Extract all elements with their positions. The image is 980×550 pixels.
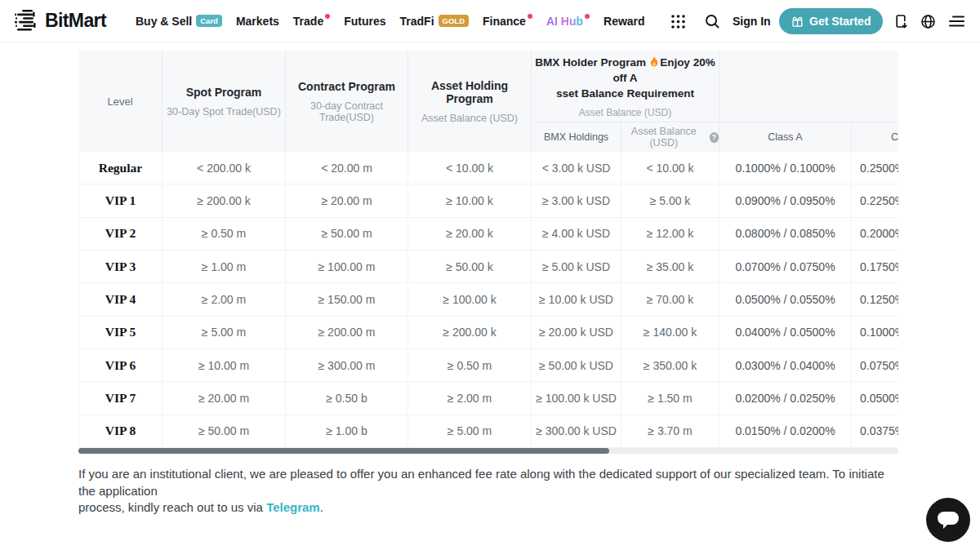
cell-vip-2-contract: ≥ 50.00 m — [286, 218, 408, 251]
nav-item-reward[interactable]: Reward — [604, 15, 645, 28]
nav-item-trade[interactable]: Trade — [293, 15, 330, 28]
cell-vip-3-asset-holding: ≥ 50.00 k — [408, 251, 532, 283]
cell-vip-5-asset-holding: ≥ 200.00 k — [408, 317, 532, 349]
horizontal-scrollbar-thumb[interactable] — [78, 448, 609, 454]
info-icon[interactable]: ? — [710, 132, 719, 143]
cell-vip-1-class-a: 0.0900% / 0.0950% — [719, 184, 852, 217]
note-line-1: If you are an institutional client, we a… — [78, 466, 903, 499]
cell-vip-1-bmx-holdings: ≥ 3.00 k USD — [532, 184, 621, 217]
cell-vip-4-asset-balance: ≥ 70.00 k — [621, 283, 719, 316]
cell-vip-1-asset-holding: ≥ 10.00 k — [408, 184, 532, 217]
cell-vip-1-spot: ≥ 200.00 k — [163, 184, 286, 217]
cell-vip-7-class-b-visible: 0.0500% — [852, 382, 898, 415]
cell-vip-7-level: VIP 7 — [78, 382, 163, 415]
cell-vip-1-class-b-visible: 0.2250% — [852, 184, 898, 217]
subcol-header-bmx-holdings: BMX Holdings — [532, 122, 621, 152]
cell-vip-8-contract: ≥ 1.00 b — [286, 415, 408, 448]
cell-regular-class-a: 0.1000% / 0.1000% — [719, 152, 852, 184]
cell-vip-5-spot: ≥ 5.00 m — [163, 317, 286, 349]
sign-in-button[interactable]: Sign In — [733, 0, 771, 42]
cell-vip-1-level: VIP 1 — [78, 184, 163, 217]
nav-item-finance[interactable]: Finance — [483, 15, 532, 28]
institutional-note: If you are an institutional client, we a… — [78, 466, 903, 517]
cell-vip-3-contract: ≥ 100.00 m — [286, 251, 408, 283]
cell-vip-7-class-a: 0.0200% / 0.0250% — [719, 382, 852, 415]
vip-fee-table: Level Spot Program 30-Day Spot Trade(USD… — [78, 51, 898, 454]
gold-badge: GOLD — [439, 15, 469, 27]
cell-vip-4-bmx-holdings: ≥ 10.00 k USD — [532, 283, 621, 316]
cell-vip-4-asset-holding: ≥ 100.00 k — [408, 283, 532, 316]
fee-table-header: Level Spot Program 30-Day Spot Trade(USD… — [78, 51, 898, 152]
chat-widget-button[interactable] — [926, 498, 970, 542]
nav-item-tradfi[interactable]: TradFiGOLD — [400, 15, 469, 28]
cell-vip-6-class-b-visible: 0.0750% — [852, 349, 898, 382]
col-header-bmx-holder-program: BMX Holder ProgramEnjoy 20% off A sset B… — [532, 51, 719, 122]
teal-badge: Card — [196, 15, 222, 27]
col-header-contract-program: Contract Program 30-day Contract Trade(U… — [286, 51, 408, 152]
cell-vip-6-class-a: 0.0300% / 0.0400% — [719, 349, 852, 382]
cell-vip-2-bmx-holdings: ≥ 4.00 k USD — [532, 218, 621, 251]
cell-vip-4-spot: ≥ 2.00 m — [163, 283, 286, 316]
notification-dot — [585, 14, 590, 19]
cell-regular-asset-balance: < 10.00 k — [621, 152, 719, 184]
nav-item-ai-hub[interactable]: AI Hub — [546, 15, 590, 28]
app-download-icon[interactable] — [893, 0, 909, 42]
cell-vip-7-contract: ≥ 0.50 b — [286, 382, 408, 415]
cell-vip-5-class-b-visible: 0.1000% — [852, 317, 898, 349]
get-started-button[interactable]: Get Started — [779, 8, 883, 34]
hamburger-icon[interactable] — [949, 0, 964, 42]
nav-item-markets[interactable]: Markets — [236, 15, 279, 28]
horizontal-scrollbar-track[interactable] — [78, 448, 898, 454]
cell-regular-spot: < 200.00 k — [163, 152, 286, 184]
cell-vip-2-spot: ≥ 0.50 m — [163, 218, 286, 251]
nav-item-buy-sell[interactable]: Buy & SellCard — [136, 15, 222, 28]
cell-vip-8-class-a: 0.0150% / 0.0200% — [719, 415, 852, 448]
cell-vip-2-asset-holding: ≥ 20.00 k — [408, 218, 532, 251]
globe-icon[interactable] — [920, 0, 936, 42]
cell-vip-6-asset-holding: ≥ 0.50 m — [408, 349, 532, 382]
col-header-asset-holding-program: Asset Holding Program Asset Balance (USD… — [408, 51, 532, 152]
cell-vip-5-level: VIP 5 — [78, 317, 163, 349]
cell-regular-level: Regular — [78, 152, 163, 184]
search-icon[interactable] — [704, 0, 720, 42]
cell-vip-8-class-b-visible: 0.0375% — [852, 415, 898, 448]
cell-vip-1-contract: ≥ 20.00 m — [286, 184, 408, 217]
cell-vip-6-spot: ≥ 10.00 m — [163, 349, 286, 382]
telegram-link[interactable]: Telegram — [266, 500, 320, 514]
col-header-level: Level — [78, 51, 163, 152]
apps-grid-icon[interactable] — [670, 14, 686, 29]
cell-vip-6-bmx-holdings: ≥ 50.00 k USD — [532, 349, 621, 382]
cell-vip-3-spot: ≥ 1.00 m — [163, 251, 286, 283]
cell-vip-5-asset-balance: ≥ 140.00 k — [621, 317, 719, 349]
cell-vip-3-bmx-holdings: ≥ 5.00 k USD — [532, 251, 621, 283]
cell-vip-2-class-a: 0.0800% / 0.0850% — [719, 218, 852, 251]
cell-vip-2-asset-balance: ≥ 12.00 k — [621, 218, 719, 251]
cell-vip-7-asset-holding: ≥ 2.00 m — [408, 382, 532, 415]
notification-dot — [325, 14, 330, 19]
cell-vip-7-asset-balance: ≥ 1.50 m — [621, 382, 719, 415]
cell-vip-6-contract: ≥ 300.00 m — [286, 349, 408, 382]
header-empty-cell — [719, 51, 898, 122]
get-started-label: Get Started — [809, 15, 871, 28]
cell-vip-8-asset-holding: ≥ 5.00 m — [408, 415, 532, 448]
cell-vip-7-spot: ≥ 20.00 m — [163, 382, 286, 415]
subcol-header-class-a: Class A — [719, 122, 852, 152]
nav-item-futures[interactable]: Futures — [344, 15, 385, 28]
bitmart-fee-page: BitMart Buy & SellCardMarketsTradeFuture… — [0, 0, 980, 550]
gift-icon — [791, 16, 804, 28]
cell-vip-5-bmx-holdings: ≥ 20.00 k USD — [532, 317, 621, 349]
subcol-header-class-b-clipped: C — [852, 122, 898, 152]
bitmart-logo[interactable]: BitMart — [15, 9, 106, 32]
notification-dot — [528, 14, 532, 19]
cell-vip-5-class-a: 0.0400% / 0.0500% — [719, 317, 852, 349]
cell-vip-3-asset-balance: ≥ 35.00 k — [621, 251, 719, 283]
cell-vip-8-asset-balance: ≥ 3.70 m — [621, 415, 719, 448]
col-header-spot-program: Spot Program 30-Day Spot Trade(USD) — [163, 51, 286, 152]
cell-vip-8-spot: ≥ 50.00 m — [163, 415, 286, 448]
fee-table-body: Regular< 200.00 k< 20.00 m< 10.00 k< 3.0… — [78, 152, 898, 448]
cell-vip-8-level: VIP 8 — [78, 415, 163, 448]
cell-vip-4-class-a: 0.0500% / 0.0550% — [719, 283, 852, 316]
cell-vip-4-level: VIP 4 — [78, 283, 163, 316]
cell-regular-asset-holding: < 10.00 k — [408, 152, 532, 184]
cell-vip-7-bmx-holdings: ≥ 100.00 k USD — [532, 382, 621, 415]
